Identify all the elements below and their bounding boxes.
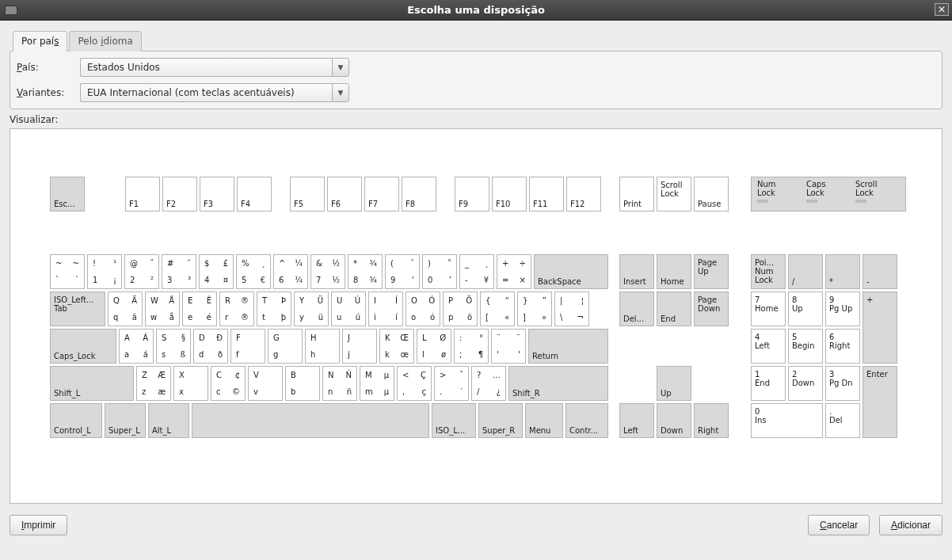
key-f12[interactable]: F12 (566, 177, 601, 211)
key-row2-7[interactable]: UÚuú (331, 291, 366, 326)
key-ctrlr[interactable]: Contr... (565, 403, 608, 438)
key-row2-5[interactable]: TÞtþ (257, 291, 291, 326)
key-tab[interactable]: ISO_Left... Tab (50, 291, 105, 326)
key-row4-6[interactable]: NÑnñ (322, 366, 357, 401)
key-numpad-subtract[interactable]: - (863, 254, 897, 289)
key-arrow-right[interactable]: Right (694, 403, 729, 438)
key-pagedown[interactable]: Page Down (694, 291, 729, 326)
key-super-left[interactable]: Super_L (105, 403, 146, 438)
key-row1-1[interactable]: ~~`` (50, 254, 85, 289)
key-scrolllock[interactable]: Scroll Lock (657, 177, 691, 211)
key-pageup[interactable]: Page Up (694, 254, 729, 289)
key-row4-2[interactable]: Xx (173, 366, 208, 401)
key-row3-5[interactable]: Gg (268, 329, 303, 364)
key-row3-7[interactable]: Jj (342, 329, 377, 364)
key-row4-5[interactable]: Bb (285, 366, 320, 401)
key-numpad-5[interactable]: 5 Begin (788, 329, 823, 364)
key-superr[interactable]: Super_R (478, 403, 523, 438)
key-capslock[interactable]: Caps_Lock (50, 329, 116, 364)
key-row3-4[interactable]: Ff (230, 329, 265, 364)
print-button[interactable]: Imprimir (10, 515, 67, 535)
tab-by-language[interactable]: Pelo idioma (69, 31, 141, 51)
key-numpad-enter[interactable]: Enter (863, 366, 897, 438)
key-numpad-multiply[interactable]: * (825, 254, 860, 289)
key-numpad-divide[interactable]: / (788, 254, 823, 289)
key-row1-13[interactable]: +÷=× (497, 254, 531, 289)
key-numpad-9[interactable]: 9 Pg Up (825, 291, 860, 326)
key-row4-4[interactable]: Vv (248, 366, 283, 401)
variant-combo[interactable]: EUA Internacional (com teclas acentuávei… (80, 83, 349, 102)
key-f7[interactable]: F7 (364, 177, 399, 211)
key-row3-11[interactable]: ¨¨'' (491, 329, 526, 364)
key-home[interactable]: Home (657, 254, 691, 289)
key-row1-9[interactable]: *¾8¾ (348, 254, 383, 289)
key-row2-3[interactable]: EÉeé (182, 291, 217, 326)
key-backspace[interactable]: BackSpace (534, 254, 608, 289)
key-numpad-7[interactable]: 7 Home (751, 291, 786, 326)
key-row2-2[interactable]: WÅwå (145, 291, 180, 326)
key-f11[interactable]: F11 (529, 177, 564, 211)
key-numpad-4[interactable]: 4 Left (751, 329, 786, 364)
key-row3-3[interactable]: DÐdð (193, 329, 228, 364)
cancel-button[interactable]: Cancelar (808, 515, 870, 535)
key-row3-2[interactable]: S§sß (156, 329, 191, 364)
key-row4-7[interactable]: Mµmµ (360, 366, 394, 401)
key-alt-left[interactable]: Alt_L (148, 403, 189, 438)
chevron-down-icon[interactable]: ▼ (332, 83, 349, 102)
key-delete[interactable]: Del... (619, 291, 654, 326)
key-row1-8[interactable]: &½7½ (310, 254, 345, 289)
key-return[interactable]: Return (528, 329, 608, 364)
key-row2-8[interactable]: IÍií (368, 291, 403, 326)
key-f2[interactable]: F2 (162, 177, 197, 211)
key-shift-right[interactable]: Shift_R (508, 366, 608, 401)
key-insert[interactable]: Insert (619, 254, 654, 289)
key-escape[interactable]: Esc... (50, 177, 85, 211)
key-row4-3[interactable]: C¢c© (211, 366, 246, 401)
key-f4[interactable]: F4 (237, 177, 272, 211)
key-row1-6[interactable]: %¸5€ (236, 254, 271, 289)
key-row1-12[interactable]: _˛-¥ (459, 254, 494, 289)
key-numlock[interactable]: Poi... Num Lock (751, 254, 786, 289)
key-row1-2[interactable]: !¹1¡ (87, 254, 122, 289)
key-numpad-8[interactable]: 8 Up (788, 291, 823, 326)
key-row3-10[interactable]: :°;¶ (454, 329, 489, 364)
key-numpad-0[interactable]: 0 Ins (751, 403, 823, 438)
chevron-down-icon[interactable]: ▼ (332, 58, 349, 77)
key-numpad-3[interactable]: 3 Pg Dn (825, 366, 860, 401)
key-row4-1[interactable]: ZÆzæ (136, 366, 171, 401)
key-shift-left[interactable]: Shift_L (50, 366, 134, 401)
key-numpad-6[interactable]: 6 Right (825, 329, 860, 364)
key-row3-6[interactable]: Hh (305, 329, 340, 364)
key-row4-9[interactable]: >ˇ.˙ (434, 366, 469, 401)
key-row2-11[interactable]: {“[« (480, 291, 515, 326)
key-menu[interactable]: Menu (525, 403, 563, 438)
key-row1-5[interactable]: $£4¤ (199, 254, 234, 289)
key-row1-10[interactable]: (˘9‘ (385, 254, 420, 289)
key-row1-11[interactable]: )˚0’ (422, 254, 457, 289)
key-numpad-2[interactable]: 2 Down (788, 366, 823, 401)
key-row2-4[interactable]: R®r® (219, 291, 254, 326)
key-numpad-add[interactable]: + (863, 291, 897, 364)
key-numpad-decimal[interactable]: . Del (825, 403, 860, 438)
key-f5[interactable]: F5 (290, 177, 325, 211)
country-combo[interactable]: Estados Unidos ▼ (80, 58, 349, 77)
key-row2-13[interactable]: |¦\¬ (554, 291, 589, 326)
key-print[interactable]: Print (619, 177, 654, 211)
key-row1-4[interactable]: #¯3³ (162, 254, 196, 289)
add-button[interactable]: Adicionar (879, 515, 942, 535)
key-arrow-up[interactable]: Up (657, 366, 691, 401)
key-row1-3[interactable]: @˝2² (124, 254, 159, 289)
key-row1-7[interactable]: ^¼6¼ (273, 254, 308, 289)
tab-by-country[interactable]: Por país (13, 31, 67, 51)
key-control-left[interactable]: Control_L (50, 403, 102, 438)
close-icon[interactable]: ✕ (935, 3, 949, 16)
key-numpad-1[interactable]: 1 End (751, 366, 786, 401)
key-pause[interactable]: Pause (694, 177, 729, 211)
key-row3-1[interactable]: AÁaá (119, 329, 154, 364)
key-row3-8[interactable]: KŒkœ (379, 329, 414, 364)
key-f1[interactable]: F1 (125, 177, 160, 211)
key-isol[interactable]: ISO_L... (432, 403, 476, 438)
key-f10[interactable]: F10 (492, 177, 527, 211)
key-f6[interactable]: F6 (327, 177, 362, 211)
key-row2-6[interactable]: YÜyü (294, 291, 329, 326)
